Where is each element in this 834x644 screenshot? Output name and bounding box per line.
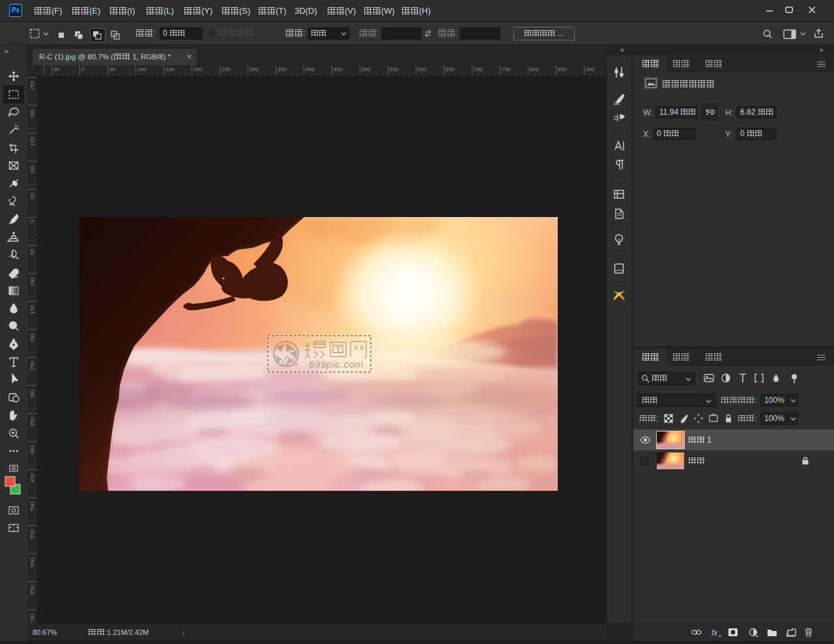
svg-text:699pic.com: 699pic.com: [309, 359, 364, 370]
svg-text:fx: fx: [712, 628, 718, 637]
